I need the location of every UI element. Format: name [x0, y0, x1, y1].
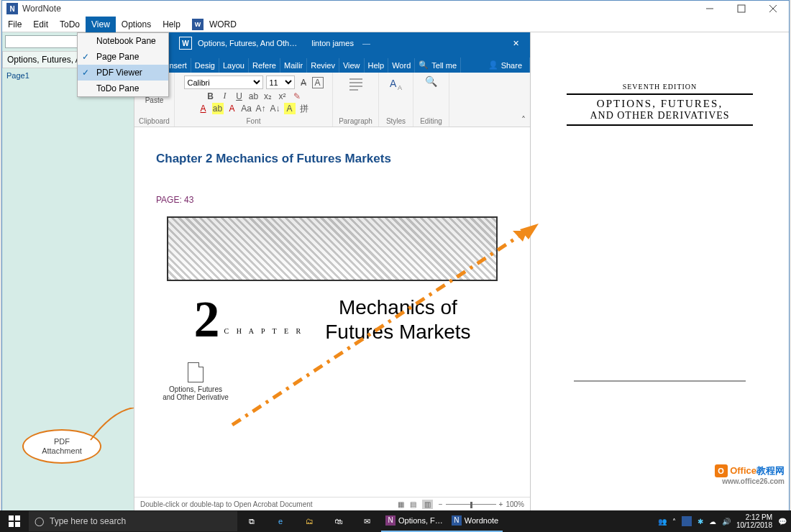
zoom-out-button[interactable]: −: [439, 500, 443, 508]
menu-options[interactable]: Options: [116, 17, 157, 32]
tray-volume-icon[interactable]: 🔊: [722, 518, 731, 526]
word-close-button[interactable]: ✕: [501, 32, 530, 54]
edge-icon[interactable]: e: [266, 510, 295, 532]
view-menu-todo-pane[interactable]: ToDo Pane: [78, 81, 168, 96]
clear-format-icon[interactable]: A̶: [298, 77, 309, 88]
view-menu-page-pane[interactable]: ✓Page Pane: [78, 49, 168, 65]
task-view-button[interactable]: ⧉: [237, 510, 266, 532]
ribbon-tab-review[interactable]: Reviev: [307, 58, 339, 73]
app-logo: N: [6, 3, 18, 14]
tray-chevron-icon[interactable]: ˄: [672, 518, 676, 526]
font-color-button[interactable]: A: [198, 103, 209, 114]
char-border-icon[interactable]: A: [312, 77, 324, 88]
pdf-title-1: OPTIONS, FUTURES,: [545, 98, 774, 110]
menu-help[interactable]: Help: [157, 17, 186, 32]
zoom-level[interactable]: 100%: [506, 500, 524, 508]
pdf-rule-top: [567, 93, 753, 95]
read-mode-icon[interactable]: ▦: [398, 500, 404, 508]
view-menu-pdf-viewer[interactable]: ✓PDF Viewer: [78, 65, 168, 81]
ribbon-tab-view[interactable]: View: [339, 58, 365, 73]
char-shading-button[interactable]: A: [284, 103, 296, 114]
print-layout-icon[interactable]: ▤: [410, 500, 416, 508]
tray-app-icon[interactable]: [682, 516, 692, 526]
ribbon-tab-mailings[interactable]: Mailir: [280, 58, 307, 73]
text-effects-icon[interactable]: ✎: [291, 91, 303, 102]
app-title: WordNote: [22, 4, 61, 14]
chapter-title: Mechanics ofFutures Markets: [325, 295, 470, 344]
tray-star-icon[interactable]: ✱: [698, 518, 703, 526]
word-embedded-window: ⟳ — W Options, Futures, And Oth… linton …: [134, 32, 530, 511]
annotation-callout: PDFAttachment: [22, 429, 123, 475]
phonetic-button[interactable]: 拼: [298, 103, 310, 114]
search-placeholder: Type here to search: [50, 516, 126, 526]
check-icon: ✓: [82, 52, 89, 62]
group-label-clipboard: Clipboard: [139, 117, 170, 125]
pdf-edition: SEVENTH EDITION: [545, 83, 774, 91]
mail-icon[interactable]: ✉: [352, 510, 381, 532]
svg-text:A: A: [398, 84, 402, 91]
pdf-rule-top2: [567, 124, 753, 126]
pdf-attachment-object[interactable]: Options, Futures and Other Derivative: [156, 362, 235, 401]
word-user-name[interactable]: linton james: [311, 39, 354, 47]
svg-rect-1: [738, 5, 745, 12]
find-icon[interactable]: 🔍: [425, 75, 437, 87]
menu-edit[interactable]: Edit: [27, 17, 54, 32]
grow-font-button[interactable]: A↑: [255, 103, 267, 114]
superscript-button[interactable]: x²: [277, 91, 288, 102]
file-icon: [188, 362, 204, 382]
share-icon: 👤: [488, 60, 498, 70]
taskbar-search[interactable]: ◯ Type here to search: [29, 511, 237, 531]
word-app-icon[interactable]: W: [192, 19, 204, 30]
ribbon-tab-design[interactable]: Desig: [191, 58, 219, 73]
svg-rect-18: [15, 522, 20, 527]
ribbon-share[interactable]: 👤Share: [485, 58, 530, 73]
tray-cloud-icon[interactable]: ☁: [709, 518, 716, 526]
font-name-select[interactable]: Calibri: [184, 75, 263, 89]
word-document-area[interactable]: Chapter 2 Mechanics of Futures Markets P…: [134, 127, 530, 497]
notifications-icon[interactable]: 💬: [778, 518, 787, 526]
bold-button[interactable]: B: [205, 91, 216, 102]
taskbar-clock[interactable]: 2:12 PM10/12/2018: [736, 513, 772, 529]
menu-todo[interactable]: ToDo: [54, 17, 86, 32]
close-button[interactable]: [757, 1, 789, 17]
people-icon[interactable]: 👥: [658, 518, 667, 526]
menu-file[interactable]: File: [2, 17, 27, 32]
menu-word[interactable]: WORD: [204, 17, 242, 32]
svg-text:A: A: [390, 78, 397, 89]
styles-icon[interactable]: AA: [388, 75, 405, 93]
taskbar-app-wordnote[interactable]: NWordnote: [447, 510, 503, 532]
ribbon-tab-references[interactable]: Refere: [249, 58, 280, 73]
collapse-ribbon-icon[interactable]: ˄: [521, 115, 526, 125]
menubar: File Edit ToDo View Options Help W WORD: [2, 17, 789, 32]
titlebar: N WordNote: [2, 1, 789, 17]
highlight-button[interactable]: ab: [212, 103, 224, 114]
view-menu-notebook-pane[interactable]: Notebook Pane: [78, 33, 168, 49]
ribbon-tabs: Home Insert Desig Layou Refere Mailir Re…: [134, 54, 530, 73]
ribbon-tab-word[interactable]: Word: [388, 58, 415, 73]
watermark: O Office教程网 www.office26.com: [715, 464, 785, 485]
underline-button[interactable]: U: [234, 91, 245, 102]
change-case-button[interactable]: Aa: [241, 103, 252, 114]
shrink-font-button[interactable]: A↓: [270, 103, 281, 114]
menu-view[interactable]: View: [86, 17, 116, 32]
web-layout-icon[interactable]: ▥: [422, 500, 433, 509]
store-icon[interactable]: 🛍: [324, 510, 352, 532]
zoom-in-button[interactable]: +: [499, 500, 503, 508]
paragraph-icon[interactable]: [347, 75, 365, 93]
font-size-select[interactable]: 11: [266, 75, 295, 89]
svg-rect-15: [9, 515, 14, 520]
taskbar-app-onenote[interactable]: NOptions, F…: [381, 510, 447, 532]
file-explorer-icon[interactable]: 🗂: [295, 510, 324, 532]
start-button[interactable]: [0, 510, 29, 532]
italic-button[interactable]: I: [219, 91, 231, 102]
shading-button[interactable]: A: [227, 103, 238, 114]
pdf-viewer-pane[interactable]: SEVENTH EDITION OPTIONS, FUTURES, AND OT…: [530, 32, 789, 511]
subscript-button[interactable]: x₂: [262, 91, 274, 102]
strike-button[interactable]: ab: [248, 91, 260, 102]
system-tray[interactable]: 👥 ˄ ✱ ☁ 🔊 2:12 PM10/12/2018 💬: [658, 513, 791, 529]
minimize-button[interactable]: [694, 1, 726, 17]
ribbon-tab-help[interactable]: Help: [365, 58, 389, 73]
ribbon-tab-layout[interactable]: Layou: [219, 58, 249, 73]
maximize-button[interactable]: [726, 1, 757, 17]
ribbon-tell-me[interactable]: 🔍Tell me: [415, 58, 461, 73]
